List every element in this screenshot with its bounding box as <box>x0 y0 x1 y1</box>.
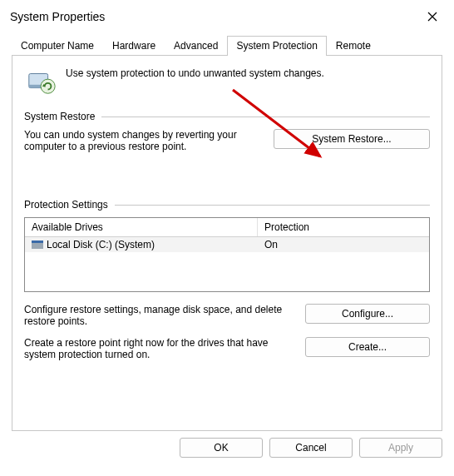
divider <box>115 205 430 206</box>
tab-computer-name[interactable]: Computer Name <box>12 36 103 56</box>
drive-name: Local Disk (C:) (System) <box>47 239 155 250</box>
titlebar: System Properties <box>0 0 454 32</box>
col-header-drives[interactable]: Available Drives <box>25 218 258 236</box>
col-header-protection[interactable]: Protection <box>258 218 429 236</box>
protection-settings-heading: Protection Settings <box>24 199 108 211</box>
system-protection-icon <box>26 66 57 97</box>
svg-rect-6 <box>32 243 43 249</box>
tab-panel: Use system protection to undo unwanted s… <box>12 55 442 431</box>
create-description: Create a restore point right now for the… <box>24 337 294 360</box>
close-icon <box>427 12 437 22</box>
tab-remote[interactable]: Remote <box>327 36 380 56</box>
ok-button[interactable]: OK <box>180 438 263 458</box>
apply-button[interactable]: Apply <box>359 438 442 458</box>
system-restore-button[interactable]: System Restore... <box>274 129 430 149</box>
drive-protection: On <box>258 237 429 252</box>
svg-rect-7 <box>32 240 43 243</box>
intro-text: Use system protection to undo unwanted s… <box>66 66 324 79</box>
configure-description: Configure restore settings, manage disk … <box>24 304 294 327</box>
system-restore-heading: System Restore <box>24 111 95 122</box>
tab-strip: Computer Name Hardware Advanced System P… <box>0 35 454 55</box>
window-title: System Properties <box>10 10 419 23</box>
tab-hardware[interactable]: Hardware <box>103 36 165 56</box>
configure-button[interactable]: Configure... <box>305 304 430 324</box>
tab-system-protection[interactable]: System Protection <box>227 36 326 56</box>
drive-icon <box>32 240 43 249</box>
close-button[interactable] <box>419 7 446 27</box>
drives-table: Available Drives Protection Local Disk (… <box>24 217 430 292</box>
cancel-button[interactable]: Cancel <box>269 438 353 458</box>
system-properties-window: System Properties Computer Name Hardware… <box>0 0 454 476</box>
dialog-buttons: OK Cancel Apply <box>0 438 454 466</box>
annotation-arrow <box>229 86 337 169</box>
tab-advanced[interactable]: Advanced <box>165 36 227 56</box>
create-button[interactable]: Create... <box>305 337 430 357</box>
table-row[interactable]: Local Disk (C:) (System) On <box>25 237 429 252</box>
divider <box>101 117 430 117</box>
restore-description: You can undo system changes by reverting… <box>24 129 262 152</box>
